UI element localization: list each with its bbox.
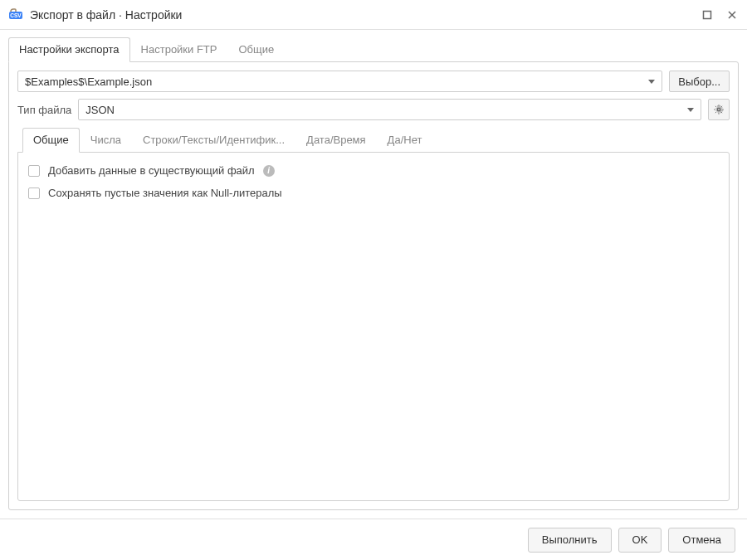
general-tab-content: Добавить данные в существующий файл i Со… xyxy=(17,152,730,501)
svg-text:CSV: CSV xyxy=(10,12,22,18)
chevron-down-icon xyxy=(648,80,655,84)
titlebar: CSV Экспорт в файл · Настройки xyxy=(0,0,747,30)
null-literals-label: Сохранять пустые значения как Null-литер… xyxy=(48,187,282,199)
cancel-button[interactable]: Отмена xyxy=(668,528,735,553)
run-button[interactable]: Выполнить xyxy=(528,528,612,553)
tab-general-settings[interactable]: Общие xyxy=(228,37,286,62)
chevron-down-icon xyxy=(687,108,694,112)
inner-tab-bar: Общие Числа Строки/Тексты/Идентифик... Д… xyxy=(17,127,730,152)
export-settings-panel: $Examples$\Example.json Выбор... Тип фай… xyxy=(8,61,739,510)
append-label: Добавить данные в существующий файл xyxy=(48,164,255,177)
option-null-literals-row: Сохранять пустые значения как Null-литер… xyxy=(28,187,719,199)
tab-numbers[interactable]: Числа xyxy=(80,128,132,153)
options-panel: Общие Числа Строки/Тексты/Идентифик... Д… xyxy=(17,127,730,501)
gear-icon xyxy=(713,104,725,115)
tab-boolean[interactable]: Да/Нет xyxy=(377,128,433,153)
close-icon[interactable] xyxy=(725,8,739,22)
tab-ftp-settings[interactable]: Настройки FTP xyxy=(130,37,228,62)
svg-line-10 xyxy=(715,112,716,113)
maximize-icon[interactable] xyxy=(701,8,714,22)
file-path-input[interactable]: $Examples$\Example.json xyxy=(17,71,662,92)
outer-tab-bar: Настройки экспорта Настройки FTP Общие xyxy=(0,30,747,61)
window-title: Экспорт в файл · Настройки xyxy=(30,8,701,22)
append-checkbox[interactable] xyxy=(28,165,40,177)
ok-button[interactable]: OK xyxy=(618,528,662,553)
file-path-row: $Examples$\Example.json Выбор... xyxy=(17,71,730,92)
settings-button[interactable] xyxy=(708,99,730,120)
file-type-combo[interactable]: JSON xyxy=(78,99,701,120)
tab-datetime[interactable]: Дата/Время xyxy=(295,128,377,153)
svg-line-8 xyxy=(715,106,716,107)
file-type-label: Тип файла xyxy=(17,104,71,116)
file-path-value: $Examples$\Example.json xyxy=(25,75,645,88)
tab-general[interactable]: Общие xyxy=(22,128,80,153)
svg-line-11 xyxy=(721,106,722,107)
svg-rect-2 xyxy=(704,11,711,18)
browse-button[interactable]: Выбор... xyxy=(669,71,730,92)
info-icon[interactable]: i xyxy=(263,165,275,177)
file-type-value: JSON xyxy=(85,104,684,116)
file-type-row: Тип файла JSON xyxy=(17,99,730,120)
tab-export-settings[interactable]: Настройки экспорта xyxy=(8,37,130,62)
tab-strings[interactable]: Строки/Тексты/Идентифик... xyxy=(132,128,295,153)
csv-app-icon: CSV xyxy=(8,7,23,22)
dialog-footer: Выполнить OK Отмена xyxy=(0,519,747,560)
null-literals-checkbox[interactable] xyxy=(28,187,40,199)
option-append-row: Добавить данные в существующий файл i xyxy=(28,164,719,177)
window-controls xyxy=(701,8,739,22)
